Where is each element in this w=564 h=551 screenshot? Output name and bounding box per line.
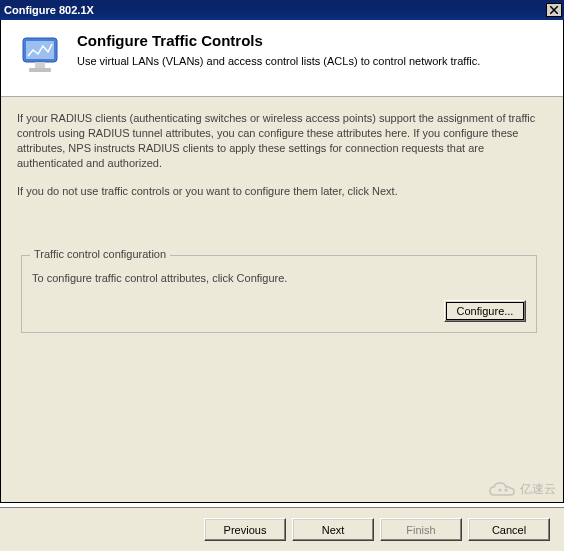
svg-rect-2 <box>35 62 45 68</box>
description-paragraph-1: If your RADIUS clients (authenticating s… <box>17 111 547 170</box>
wizard-content: If your RADIUS clients (authenticating s… <box>1 97 563 347</box>
wizard-header: Configure Traffic Controls Use virtual L… <box>1 20 563 97</box>
window-titlebar: Configure 802.1X <box>0 0 564 20</box>
cancel-button[interactable]: Cancel <box>468 518 550 541</box>
previous-button[interactable]: Previous <box>204 518 286 541</box>
svg-rect-3 <box>29 68 51 72</box>
finish-button[interactable]: Finish <box>380 518 462 541</box>
traffic-control-groupbox: Traffic control configuration To configu… <box>21 255 537 333</box>
monitor-chart-icon <box>17 32 65 80</box>
wizard-body: Configure Traffic Controls Use virtual L… <box>0 20 564 503</box>
description-paragraph-2: If you do not use traffic controls or yo… <box>17 184 547 199</box>
close-button[interactable] <box>546 3 562 17</box>
wizard-button-row: Previous Next Finish Cancel <box>0 507 564 551</box>
header-text: Configure Traffic Controls Use virtual L… <box>77 32 480 67</box>
configure-button[interactable]: Configure... <box>444 300 526 322</box>
groupbox-text: To configure traffic control attributes,… <box>32 272 526 284</box>
groupbox-title: Traffic control configuration <box>30 248 170 260</box>
window-title: Configure 802.1X <box>4 4 94 16</box>
next-button[interactable]: Next <box>292 518 374 541</box>
page-subtitle: Use virtual LANs (VLANs) and access cont… <box>77 55 480 67</box>
close-icon <box>550 6 558 14</box>
page-title: Configure Traffic Controls <box>77 32 480 49</box>
